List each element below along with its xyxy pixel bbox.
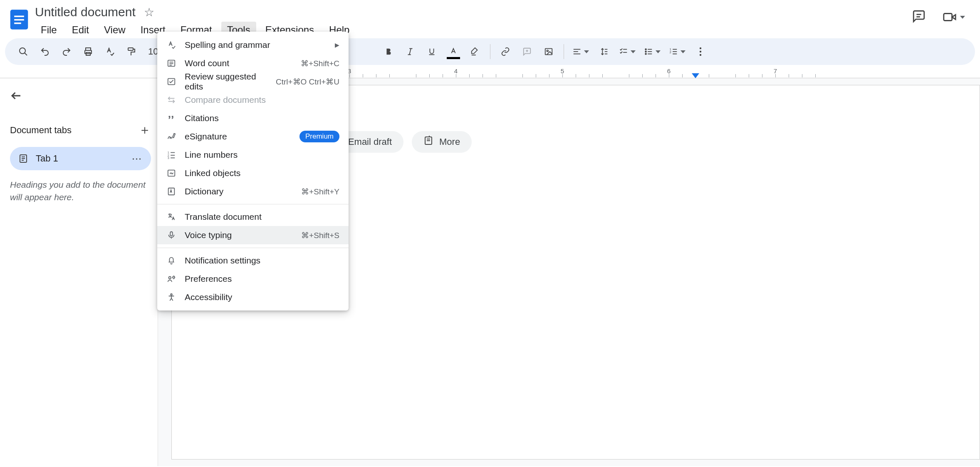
redo-icon[interactable]: [56, 42, 77, 61]
tools-item-esignature[interactable]: eSignaturePremium: [157, 127, 349, 146]
chip-label: More: [439, 137, 460, 147]
numbered-list-icon[interactable]: 12: [665, 42, 690, 61]
menu-item-label: Compare documents: [185, 95, 339, 105]
citations-icon: [166, 114, 176, 123]
italic-icon[interactable]: [399, 42, 421, 61]
chevron-down-icon: [584, 50, 589, 53]
bold-icon[interactable]: [378, 42, 399, 61]
svg-line-9: [25, 53, 27, 55]
menu-item-label: Linked objects: [185, 168, 339, 178]
tools-item-spelling-and-grammar[interactable]: Spelling and grammar▶: [157, 36, 349, 54]
insert-link-icon[interactable]: [495, 42, 516, 61]
document-tab[interactable]: Tab 1 ⋮: [10, 147, 151, 170]
svg-point-46: [700, 51, 701, 52]
prefs-icon: [166, 274, 176, 283]
voice-icon: [166, 231, 176, 240]
text-color-icon[interactable]: [443, 42, 464, 61]
undo-icon[interactable]: [34, 42, 56, 61]
svg-point-79: [171, 294, 172, 296]
star-icon[interactable]: ☆: [144, 5, 154, 19]
document-tabs-sidebar: Document tabs ＋ Tab 1 ⋮ Headings you add…: [0, 78, 158, 466]
insert-image-icon[interactable]: [538, 42, 559, 61]
tab-label: Tab 1: [36, 153, 124, 164]
bulleted-list-icon[interactable]: [640, 42, 665, 61]
checklist-icon[interactable]: [615, 42, 640, 61]
menu-edit[interactable]: Edit: [66, 22, 95, 38]
tools-item-word-count[interactable]: Word count⌘+Shift+C: [157, 54, 349, 72]
chip-label: Email draft: [348, 137, 392, 147]
tools-item-line-numbers[interactable]: 123Line numbers: [157, 146, 349, 164]
paint-format-icon[interactable]: [121, 42, 142, 61]
svg-point-8: [20, 48, 25, 54]
compare-icon: [166, 95, 176, 104]
menu-item-label: Line numbers: [185, 150, 339, 160]
chevron-down-icon: [681, 50, 686, 53]
review-icon: [166, 77, 176, 86]
more-toolbar-icon[interactable]: [690, 42, 711, 61]
ruler-number: 4: [454, 67, 458, 75]
underline-icon[interactable]: [421, 42, 443, 61]
linenum-icon: 123: [166, 150, 176, 159]
ruler-margin-marker[interactable]: [692, 73, 699, 78]
svg-rect-6: [944, 14, 952, 21]
tools-item-review-suggested-edits[interactable]: Review suggested editsCtrl+⌘O Ctrl+⌘U: [157, 72, 349, 91]
menu-view[interactable]: View: [98, 22, 131, 38]
document-title[interactable]: Untitled document: [35, 5, 136, 19]
app-header: Untitled document ☆ FileEditViewInsertFo…: [0, 0, 980, 38]
chip-more[interactable]: More: [412, 131, 472, 153]
highlight-icon[interactable]: [464, 42, 486, 61]
spellcheck-icon: [166, 40, 176, 50]
tools-item-notification-settings[interactable]: Notification settings: [157, 251, 349, 270]
tools-item-translate-document[interactable]: Translate document: [157, 208, 349, 226]
svg-point-34: [645, 49, 646, 50]
line-spacing-icon[interactable]: [593, 42, 615, 61]
add-comment-icon[interactable]: [516, 42, 538, 61]
tools-item-accessibility[interactable]: Accessibility: [157, 288, 349, 306]
tab-more-icon[interactable]: ⋮: [131, 154, 143, 163]
tab-icon: [18, 154, 28, 164]
menu-item-label: Voice typing: [185, 230, 293, 240]
tools-item-voice-typing[interactable]: Voice typing⌘+Shift+S: [157, 226, 349, 244]
svg-point-47: [700, 54, 701, 56]
spellcheck-icon[interactable]: [99, 42, 121, 61]
translate-icon: [166, 212, 176, 221]
svg-text:3: 3: [168, 156, 169, 159]
esign-icon: [166, 132, 176, 141]
menu-item-label: Notification settings: [185, 256, 339, 266]
svg-rect-14: [128, 48, 133, 50]
add-tab-icon[interactable]: ＋: [139, 122, 151, 139]
docs-logo-icon[interactable]: [7, 3, 32, 36]
video-call-button[interactable]: [943, 10, 965, 24]
menu-file[interactable]: File: [35, 22, 63, 38]
svg-point-45: [700, 47, 701, 49]
bell-icon: [166, 256, 176, 265]
more-templates-icon: [423, 136, 433, 148]
back-icon[interactable]: [10, 87, 28, 105]
shortcut-label: ⌘+Shift+C: [301, 59, 339, 68]
svg-line-17: [409, 49, 411, 55]
comments-icon[interactable]: [912, 9, 926, 25]
print-icon[interactable]: [77, 42, 99, 61]
ruler-number: 6: [667, 67, 671, 75]
toolbar: 100% 12: [5, 38, 975, 65]
dictionary-icon: [166, 187, 176, 196]
tools-item-citations[interactable]: Citations: [157, 109, 349, 127]
align-icon[interactable]: [568, 42, 593, 61]
menu-item-label: Dictionary: [185, 186, 293, 196]
svg-rect-1: [14, 16, 24, 17]
chevron-down-icon: [960, 16, 965, 19]
tools-item-preferences[interactable]: Preferences: [157, 270, 349, 288]
svg-rect-23: [545, 49, 552, 55]
tools-item-linked-objects[interactable]: Linked objects: [157, 164, 349, 182]
menu-item-label: Preferences: [185, 274, 339, 284]
chevron-down-icon: [656, 50, 661, 53]
menu-item-label: eSignature: [185, 132, 291, 142]
svg-point-35: [645, 51, 646, 52]
toolbar-separator: [564, 44, 564, 59]
menu-item-label: Translate document: [185, 212, 339, 222]
svg-text:2: 2: [670, 50, 671, 54]
ruler[interactable]: 34567: [0, 67, 980, 78]
tools-item-dictionary[interactable]: Dictionary⌘+Shift+Y: [157, 182, 349, 201]
svg-point-24: [547, 50, 549, 52]
search-icon[interactable]: [12, 42, 34, 61]
